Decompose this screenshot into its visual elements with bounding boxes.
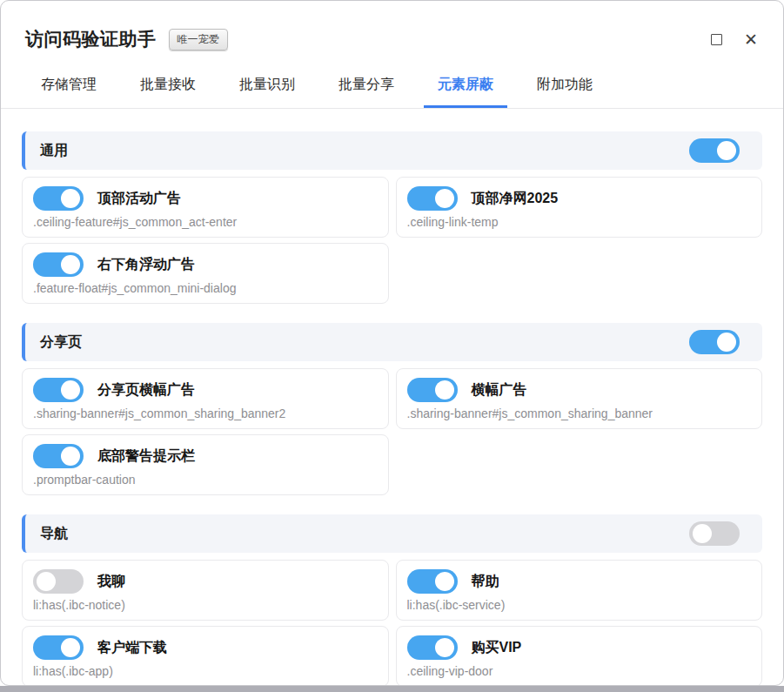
- item-label: 分享页横幅广告: [97, 381, 195, 400]
- section-grid: 顶部活动广告 .ceiling-feature#js_common_act-en…: [22, 177, 762, 304]
- section-header: 导航: [22, 514, 762, 553]
- tab-5[interactable]: 元素屏蔽: [424, 67, 507, 108]
- block-item-card: 顶部净网2025 .ceiling-link-temp: [396, 177, 763, 238]
- tabbar: 存储管理批量接收批量识别批量分享元素屏蔽附加功能: [1, 58, 783, 109]
- app-title: 访问码验证助手: [25, 27, 157, 51]
- section: 通用 顶部活动广告 .ceiling-feature#js_common_act…: [22, 131, 762, 304]
- item-toggle[interactable]: [407, 635, 458, 660]
- tab-1[interactable]: 存储管理: [27, 67, 111, 108]
- item-toggle[interactable]: [33, 635, 84, 660]
- close-icon: ✕: [744, 31, 758, 48]
- item-selector: .ceiling-link-temp: [407, 215, 750, 229]
- item-toggle[interactable]: [33, 569, 84, 594]
- section-header: 分享页: [22, 323, 762, 361]
- tab-4[interactable]: 批量分享: [325, 67, 408, 108]
- content-area: 通用 顶部活动广告 .ceiling-feature#js_common_act…: [1, 109, 783, 686]
- item-label: 底部警告提示栏: [97, 447, 195, 466]
- item-toggle[interactable]: [33, 444, 84, 468]
- item-toggle[interactable]: [407, 569, 458, 594]
- section-master-toggle[interactable]: [689, 521, 740, 546]
- section-grid: 我聊 li:has(.ibc-notice) 帮助 li:has(.ibc-se…: [22, 560, 762, 686]
- tab-3[interactable]: 批量识别: [225, 67, 309, 108]
- item-selector: .ceiling-feature#js_common_act-enter: [33, 215, 376, 229]
- item-label: 我聊: [97, 573, 125, 591]
- section-header: 通用: [22, 131, 762, 170]
- item-label: 购买VIP: [472, 639, 522, 657]
- section: 分享页 分享页横幅广告 .sharing-banner#js_common_sh…: [22, 323, 762, 495]
- block-item-card: 横幅广告 .sharing-banner#js_common_sharing_b…: [396, 368, 763, 429]
- window-controls: ✕: [708, 31, 759, 47]
- close-button[interactable]: ✕: [743, 31, 759, 47]
- tab-6[interactable]: 附加功能: [523, 67, 606, 108]
- app-window: 访问码验证助手 唯一宠爱 ✕ 存储管理批量接收批量识别批量分享元素屏蔽附加功能 …: [0, 0, 784, 686]
- section-title: 导航: [40, 525, 68, 543]
- item-label: 顶部活动广告: [97, 190, 181, 208]
- block-item-card: 我聊 li:has(.ibc-notice): [22, 560, 389, 621]
- license-badge: 唯一宠爱: [169, 29, 228, 50]
- item-selector: .feature-float#js_common_mini-dialog: [33, 281, 376, 295]
- item-selector: .promptbar-caution: [33, 473, 376, 487]
- titlebar: 访问码验证助手 唯一宠爱 ✕: [1, 1, 783, 58]
- item-label: 右下角浮动广告: [97, 256, 195, 274]
- block-item-card: 帮助 li:has(.ibc-service): [396, 560, 763, 621]
- block-item-card: 客户端下载 li:has(.ibc-app): [22, 626, 389, 686]
- item-selector: li:has(.ibc-app): [33, 664, 376, 678]
- section-grid: 分享页横幅广告 .sharing-banner#js_common_sharin…: [22, 368, 762, 495]
- item-selector: .sharing-banner#js_common_sharing_banner…: [33, 406, 376, 420]
- block-item-card: 右下角浮动广告 .feature-float#js_common_mini-di…: [22, 243, 389, 304]
- block-item-card: 顶部活动广告 .ceiling-feature#js_common_act-en…: [22, 177, 389, 238]
- block-item-card: 底部警告提示栏 .promptbar-caution: [22, 434, 389, 495]
- item-label: 帮助: [472, 573, 499, 591]
- item-label: 横幅广告: [472, 381, 527, 400]
- item-selector: .ceiling-vip-door: [407, 664, 750, 678]
- item-label: 顶部净网2025: [472, 190, 559, 208]
- item-toggle[interactable]: [33, 252, 84, 277]
- section-title: 分享页: [40, 333, 82, 352]
- section: 导航 我聊 li:has(.ibc-notice) 帮助 li:has(.ibc…: [22, 514, 762, 686]
- item-toggle[interactable]: [33, 378, 84, 402]
- item-selector: li:has(.ibc-notice): [33, 598, 376, 612]
- screen-bottom-edge: [0, 686, 784, 692]
- item-toggle[interactable]: [407, 378, 458, 402]
- maximize-button[interactable]: [708, 31, 724, 47]
- section-master-toggle[interactable]: [689, 330, 740, 354]
- block-item-card: 购买VIP .ceiling-vip-door: [396, 626, 763, 686]
- item-toggle[interactable]: [33, 186, 84, 211]
- item-toggle[interactable]: [407, 186, 458, 211]
- tab-2[interactable]: 批量接收: [126, 67, 210, 108]
- item-label: 客户端下载: [97, 639, 167, 657]
- block-item-card: 分享页横幅广告 .sharing-banner#js_common_sharin…: [22, 368, 389, 429]
- item-selector: li:has(.ibc-service): [407, 598, 750, 612]
- section-master-toggle[interactable]: [689, 138, 740, 163]
- maximize-icon: [711, 34, 722, 45]
- item-selector: .sharing-banner#js_common_sharing_banner: [407, 406, 750, 420]
- section-title: 通用: [40, 142, 68, 160]
